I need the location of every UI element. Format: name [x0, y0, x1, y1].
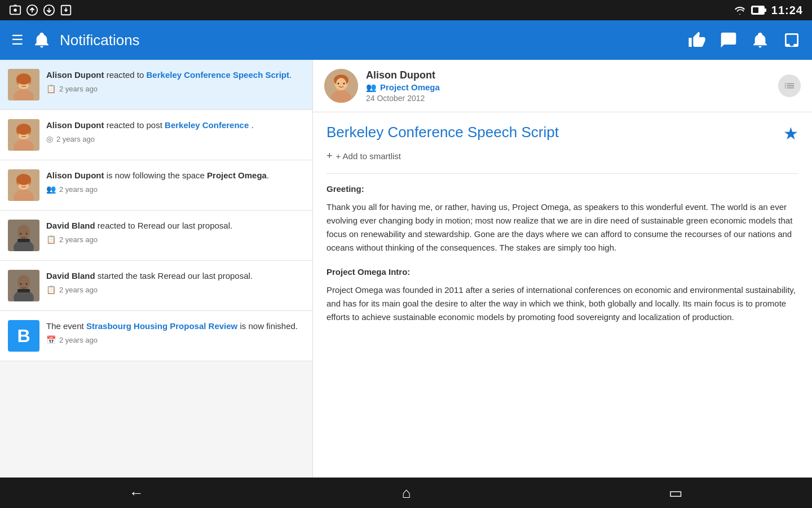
notif4-meta-icon: 📋 — [46, 235, 56, 244]
star-icon[interactable]: ★ — [783, 124, 798, 143]
download-icon — [43, 4, 55, 16]
upload-icon — [26, 4, 38, 16]
notification-meta-4: 📋 2 years ago — [46, 235, 304, 244]
detail-project-name[interactable]: Project Omega — [380, 82, 440, 92]
status-icons — [9, 4, 72, 16]
notification-item-6[interactable]: B The event Strasbourg Housing Proposal … — [0, 311, 312, 361]
notif3-author: Alison Dupont — [46, 170, 104, 180]
divider — [326, 173, 798, 174]
notif2-author: Alison Dupont — [46, 120, 104, 130]
notification-item-1[interactable]: Alison Dupont reacted to Berkeley Confer… — [0, 60, 312, 110]
comment-action-icon[interactable] — [720, 31, 738, 49]
notif3-space: Project Omega — [207, 170, 267, 180]
notification-item-4[interactable]: David Bland reacted to Reread our last p… — [0, 211, 312, 261]
notification-text-6: The event Strasbourg Housing Proposal Re… — [46, 320, 304, 332]
svg-point-37 — [20, 233, 22, 235]
svg-point-32 — [16, 174, 31, 185]
detail-date: 24 October 2012 — [366, 94, 770, 103]
detail-avatar — [324, 69, 358, 103]
notif1-link[interactable]: Berkeley Conference Speech Script — [147, 70, 289, 80]
detail-list-icon[interactable] — [778, 75, 801, 97]
avatar-4 — [8, 220, 39, 251]
detail-header: Alison Dupont 👥 Project Omega 24 October… — [313, 60, 812, 112]
avatar-2 — [8, 119, 39, 151]
notification-content-6: The event Strasbourg Housing Proposal Re… — [46, 320, 304, 344]
svg-rect-7 — [765, 8, 766, 12]
notif1-time: 2 years ago — [59, 85, 98, 93]
svg-rect-46 — [17, 289, 30, 292]
app-title: Notifications — [60, 32, 140, 49]
notification-text-1: Alison Dupont reacted to Berkeley Confer… — [46, 69, 304, 81]
intro-body: Project Omega was founded in 2011 after … — [326, 283, 798, 324]
bottom-nav: ← ⌂ ▭ — [0, 478, 812, 508]
bell-action-icon[interactable] — [751, 31, 769, 49]
avatar-b-letter: B — [17, 326, 30, 347]
notification-content-1: Alison Dupont reacted to Berkeley Confer… — [46, 69, 304, 93]
app-bar-actions — [688, 31, 801, 49]
plus-icon: + — [326, 150, 333, 162]
notif6-meta-icon: 📅 — [46, 335, 56, 344]
notification-content-4: David Bland reacted to Reread our last p… — [46, 220, 304, 244]
notif6-link[interactable]: Strasbourg Housing Proposal Review — [86, 321, 237, 331]
bell-icon — [33, 31, 51, 49]
inbox-action-icon[interactable] — [783, 31, 801, 49]
svg-point-24 — [16, 124, 31, 135]
svg-rect-39 — [17, 239, 30, 242]
notification-meta-6: 📅 2 years ago — [46, 335, 304, 344]
greeting-heading: Greeting: — [326, 184, 798, 194]
notification-content-2: Alison Dupont reacted to post Berkeley C… — [46, 119, 304, 143]
notif5-author: David Bland — [46, 271, 95, 281]
notification-text-2: Alison Dupont reacted to post Berkeley C… — [46, 119, 304, 131]
notif5-time: 2 years ago — [59, 286, 98, 294]
notif2-link[interactable]: Berkeley Conference — [165, 120, 249, 130]
notification-meta-3: 👥 2 years ago — [46, 185, 304, 194]
back-button[interactable]: ← — [129, 484, 144, 502]
home-button[interactable]: ⌂ — [402, 484, 411, 502]
notification-meta-1: 📋 2 years ago — [46, 84, 304, 93]
notif1-author: Alison Dupont — [46, 70, 104, 80]
notifications-panel: Alison Dupont reacted to Berkeley Confer… — [0, 60, 313, 478]
svg-point-38 — [26, 233, 28, 235]
detail-panel: Alison Dupont 👥 Project Omega 24 October… — [313, 60, 812, 478]
status-bar: 11:24 — [0, 0, 812, 20]
detail-username: Alison Dupont — [366, 69, 770, 81]
notif1-meta-icon: 📋 — [46, 84, 56, 93]
notif3-meta-icon: 👥 — [46, 185, 56, 194]
notif2-time: 2 years ago — [56, 135, 95, 143]
add-smartlist[interactable]: + + Add to smartlist — [326, 150, 798, 162]
notification-text-4: David Bland reacted to Reread our last p… — [46, 220, 304, 231]
svg-point-45 — [26, 283, 28, 285]
status-right: 11:24 — [733, 3, 803, 17]
detail-project: 👥 Project Omega — [366, 82, 770, 93]
menu-icon[interactable]: ☰ — [11, 32, 24, 48]
project-icon: 👥 — [366, 82, 377, 93]
notification-item-2[interactable]: Alison Dupont reacted to post Berkeley C… — [0, 110, 312, 160]
svg-point-52 — [338, 83, 339, 85]
app-bar-left: ☰ Notifications — [11, 31, 140, 49]
svg-point-1 — [14, 8, 17, 12]
download2-icon — [60, 4, 72, 16]
notif4-author: David Bland — [46, 221, 95, 230]
svg-point-53 — [343, 83, 345, 85]
notif6-time: 2 years ago — [59, 336, 98, 344]
intro-heading: Project Omega Intro: — [326, 267, 798, 277]
time-display: 11:24 — [771, 4, 803, 17]
detail-body: Berkeley Conference Speech Script ★ + + … — [313, 112, 812, 348]
battery-icon — [751, 5, 767, 15]
notif2-meta-icon: ◎ — [46, 134, 53, 143]
like-action-icon[interactable] — [688, 31, 706, 49]
notification-item-3[interactable]: Alison Dupont is now following the space… — [0, 160, 312, 211]
notification-content-3: Alison Dupont is now following the space… — [46, 169, 304, 194]
notification-meta-2: ◎ 2 years ago — [46, 134, 304, 143]
wifi-icon — [733, 3, 747, 17]
notification-meta-5: 📋 2 years ago — [46, 285, 304, 294]
recents-button[interactable]: ▭ — [669, 484, 683, 502]
svg-point-44 — [20, 283, 22, 285]
svg-point-16 — [16, 73, 31, 85]
notification-item-5[interactable]: David Bland started the task Reread our … — [0, 261, 312, 311]
app-bar: ☰ Notifications — [0, 20, 812, 60]
notification-content-5: David Bland started the task Reread our … — [46, 270, 304, 294]
notif4-time: 2 years ago — [59, 235, 98, 244]
photo-icon — [9, 4, 21, 16]
avatar-3 — [8, 169, 39, 201]
